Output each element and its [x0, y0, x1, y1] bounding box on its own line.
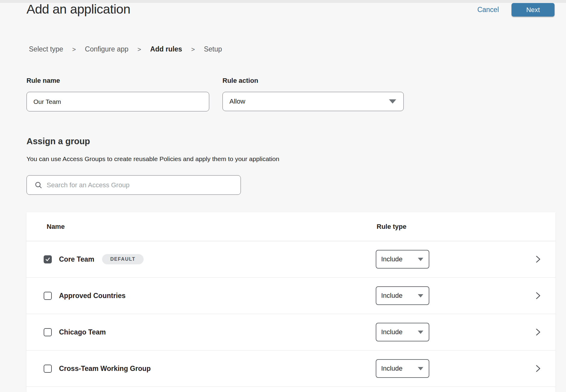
chevron-right-icon[interactable]	[535, 365, 541, 372]
breadcrumb: Select type > Configure app > Add rules …	[29, 45, 222, 53]
rule-name-label: Rule name	[26, 77, 209, 85]
rule-action-value: Allow	[229, 98, 245, 105]
group-name: Chicago Team	[59, 328, 106, 336]
breadcrumb-separator: >	[72, 46, 76, 53]
table-row: Chicago Team Include	[26, 314, 555, 350]
group-rows: Core Team DEFAULT Include Approved Count…	[26, 241, 555, 387]
rule-type-select[interactable]: Include	[376, 286, 429, 305]
chevron-right-icon[interactable]	[535, 292, 541, 300]
breadcrumb-select-type[interactable]: Select type	[29, 45, 63, 53]
chevron-right-icon[interactable]	[535, 328, 541, 336]
assign-group-section: Assign a group You can use Access Groups…	[26, 136, 279, 195]
group-name: Approved Countries	[59, 292, 126, 300]
rule-action-field-group: Rule action Allow	[222, 77, 404, 111]
group-name: Cross-Team Working Group	[59, 365, 151, 373]
rule-form: Rule name Rule action Allow	[26, 77, 404, 111]
group-checkbox[interactable]	[44, 365, 52, 373]
rule-action-select[interactable]: Allow	[222, 92, 404, 111]
assign-group-heading: Assign a group	[26, 136, 279, 146]
breadcrumb-separator: >	[138, 46, 141, 53]
table-header: Name Rule type	[26, 212, 555, 241]
rule-name-input[interactable]	[26, 92, 209, 111]
caret-down-icon	[418, 331, 423, 334]
rule-type-value: Include	[381, 328, 403, 336]
rule-type-value: Include	[381, 365, 403, 372]
assign-group-description: You can use Access Groups to create reus…	[26, 155, 279, 163]
caret-down-icon	[418, 258, 423, 261]
caret-down-icon	[418, 367, 423, 370]
group-name: Core Team	[59, 255, 94, 263]
breadcrumb-setup[interactable]: Setup	[204, 45, 222, 53]
table-row: Cross-Team Working Group Include	[26, 350, 555, 387]
rule-type-value: Include	[381, 292, 403, 300]
caret-down-icon	[418, 294, 423, 297]
rule-action-label: Rule action	[222, 77, 404, 85]
search-icon	[35, 181, 42, 189]
breadcrumb-configure-app[interactable]: Configure app	[85, 45, 129, 53]
checkmark-icon	[45, 257, 50, 262]
header-actions: Cancel Next	[477, 3, 555, 17]
breadcrumb-separator: >	[191, 46, 195, 53]
group-checkbox[interactable]	[44, 292, 52, 300]
cancel-button[interactable]: Cancel	[477, 3, 499, 17]
chevron-right-icon[interactable]	[535, 255, 541, 263]
search-input[interactable]	[46, 181, 236, 189]
column-header-rule-type: Rule type	[377, 223, 406, 231]
rule-type-value: Include	[381, 255, 403, 263]
breadcrumb-add-rules[interactable]: Add rules	[150, 45, 182, 53]
add-application-page: Add an application Cancel Next Select ty…	[0, 0, 566, 392]
default-badge: DEFAULT	[102, 254, 144, 264]
rule-type-select[interactable]: Include	[376, 359, 429, 378]
page-title: Add an application	[26, 2, 130, 17]
group-checkbox[interactable]	[44, 328, 52, 336]
next-button[interactable]: Next	[512, 3, 555, 17]
table-row: Approved Countries Include	[26, 278, 555, 314]
caret-down-icon	[389, 99, 396, 104]
column-header-name: Name	[47, 223, 65, 231]
group-checkbox[interactable]	[44, 255, 52, 263]
access-groups-table: Name Rule type Core Team DEFAULT Include	[26, 212, 555, 392]
access-group-search[interactable]	[26, 175, 241, 195]
table-row: Core Team DEFAULT Include	[26, 241, 555, 278]
rule-type-select[interactable]: Include	[376, 323, 429, 341]
rule-type-select[interactable]: Include	[376, 250, 429, 269]
rule-name-field-group: Rule name	[26, 77, 209, 111]
